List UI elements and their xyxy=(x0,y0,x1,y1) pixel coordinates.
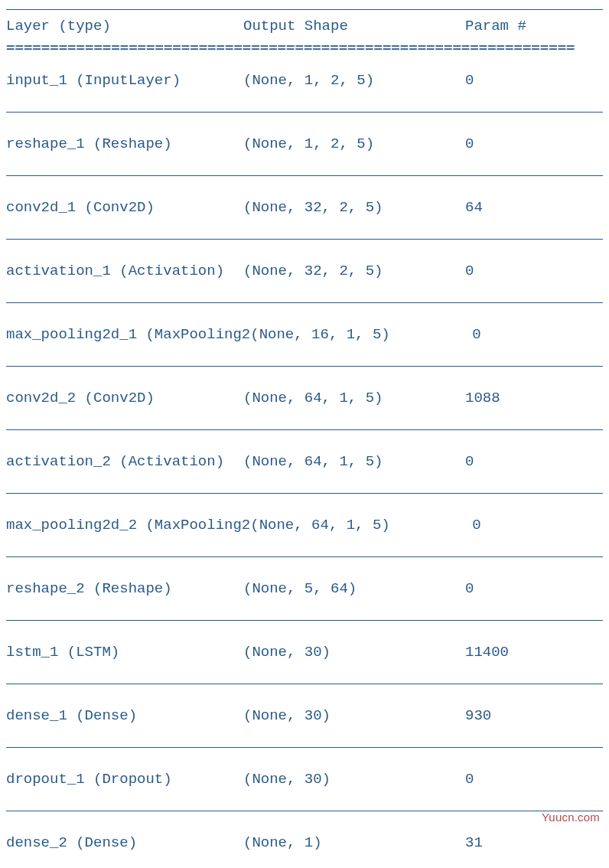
row-rule xyxy=(6,302,603,303)
row-rule xyxy=(6,112,603,113)
cell-param-count: 0 xyxy=(465,72,603,89)
cell-output-shape: (None, 64, 1, 5) xyxy=(243,390,465,406)
table-row: lstm_1 (LSTM)(None, 30)11400 xyxy=(6,639,603,665)
table-row: reshape_2 (Reshape)(None, 5, 64)0 xyxy=(6,576,603,602)
cell-layer-type: max_pooling2d_2 (MaxPooling2 xyxy=(6,517,250,534)
cell-param-count: 0 xyxy=(465,453,603,470)
cell-param-count: 0 xyxy=(465,580,603,597)
cell-output-shape: (None, 30) xyxy=(243,771,465,788)
cell-output-shape: (None, 5, 64) xyxy=(243,580,465,597)
cell-output-shape: (None, 64, 1, 5) xyxy=(243,453,465,470)
table-row: activation_2 (Activation)(None, 64, 1, 5… xyxy=(6,449,603,475)
row-rule xyxy=(6,493,603,494)
cell-layer-type: reshape_2 (Reshape) xyxy=(6,580,243,597)
cell-layer-type: dense_2 (Dense) xyxy=(6,834,243,851)
cell-layer-type: input_1 (InputLayer) xyxy=(6,72,243,89)
row-rule xyxy=(6,175,603,176)
cell-output-shape: (None, 32, 2, 5) xyxy=(243,199,465,216)
table-row: conv2d_2 (Conv2D)(None, 64, 1, 5)1088 xyxy=(6,385,603,411)
cell-output-shape: (None, 1, 2, 5) xyxy=(243,72,465,89)
table-row: dense_2 (Dense)(None, 1)31 xyxy=(6,830,603,856)
cell-output-shape: (None, 1, 2, 5) xyxy=(243,135,465,152)
cell-layer-type: max_pooling2d_1 (MaxPooling2 xyxy=(6,326,250,343)
table-row: conv2d_1 (Conv2D)(None, 32, 2, 5)64 xyxy=(6,194,603,220)
table-row: activation_1 (Activation)(None, 32, 2, 5… xyxy=(6,258,603,284)
cell-output-shape: (None, 30) xyxy=(243,644,465,661)
row-rule xyxy=(6,811,603,811)
cell-layer-type: lstm_1 (LSTM) xyxy=(6,644,243,661)
cell-param-count: 0 xyxy=(465,135,603,152)
table-row: reshape_1 (Reshape)(None, 1, 2, 5)0 xyxy=(6,131,603,157)
header-layer-type: Layer (type) xyxy=(6,18,243,34)
table-row: max_pooling2d_2 (MaxPooling2(None, 64, 1… xyxy=(6,512,603,538)
cell-param-count: 0 xyxy=(472,326,603,343)
cell-output-shape: (None, 64, 1, 5) xyxy=(250,517,472,534)
cell-layer-type: reshape_1 (Reshape) xyxy=(6,135,243,152)
cell-layer-type: conv2d_2 (Conv2D) xyxy=(6,390,243,406)
cell-param-count: 930 xyxy=(465,707,603,724)
cell-layer-type: activation_2 (Activation) xyxy=(6,453,243,470)
watermark-text: Yuucn.com xyxy=(542,811,600,824)
cell-param-count: 64 xyxy=(465,199,603,216)
row-rule xyxy=(6,429,603,430)
model-summary-table: Layer (type) Output Shape Param # ======… xyxy=(6,9,603,856)
row-rule xyxy=(6,556,603,557)
row-rule xyxy=(6,366,603,367)
cell-output-shape: (None, 30) xyxy=(243,707,465,724)
cell-layer-type: conv2d_1 (Conv2D) xyxy=(6,199,243,216)
cell-param-count: 11400 xyxy=(465,644,603,661)
table-row: input_1 (InputLayer)(None, 1, 2, 5)0 xyxy=(6,67,603,93)
header-output-shape: Output Shape xyxy=(243,18,465,34)
table-header-row: Layer (type) Output Shape Param # xyxy=(6,16,603,39)
header-param-count: Param # xyxy=(465,18,603,34)
cell-output-shape: (None, 1) xyxy=(243,834,465,851)
cell-param-count: 0 xyxy=(465,771,603,788)
table-row: dropout_1 (Dropout)(None, 30)0 xyxy=(6,766,603,792)
row-rule xyxy=(6,684,603,684)
cell-layer-type: activation_1 (Activation) xyxy=(6,263,243,279)
table-row: dense_1 (Dense)(None, 30)930 xyxy=(6,703,603,729)
row-rule xyxy=(6,239,603,240)
top-rule xyxy=(6,9,603,10)
cell-param-count: 31 xyxy=(465,834,603,851)
cell-output-shape: (None, 16, 1, 5) xyxy=(250,326,472,343)
row-rule xyxy=(6,747,603,748)
cell-layer-type: dropout_1 (Dropout) xyxy=(6,771,243,788)
table-body: input_1 (InputLayer)(None, 1, 2, 5)0resh… xyxy=(6,67,603,856)
cell-output-shape: (None, 32, 2, 5) xyxy=(243,263,465,279)
cell-layer-type: dense_1 (Dense) xyxy=(6,707,243,724)
table-row: max_pooling2d_1 (MaxPooling2(None, 16, 1… xyxy=(6,321,603,348)
row-rule xyxy=(6,620,603,621)
cell-param-count: 0 xyxy=(472,517,603,534)
header-double-rule: ========================================… xyxy=(6,39,603,55)
cell-param-count: 0 xyxy=(465,263,603,279)
cell-param-count: 1088 xyxy=(465,390,603,406)
